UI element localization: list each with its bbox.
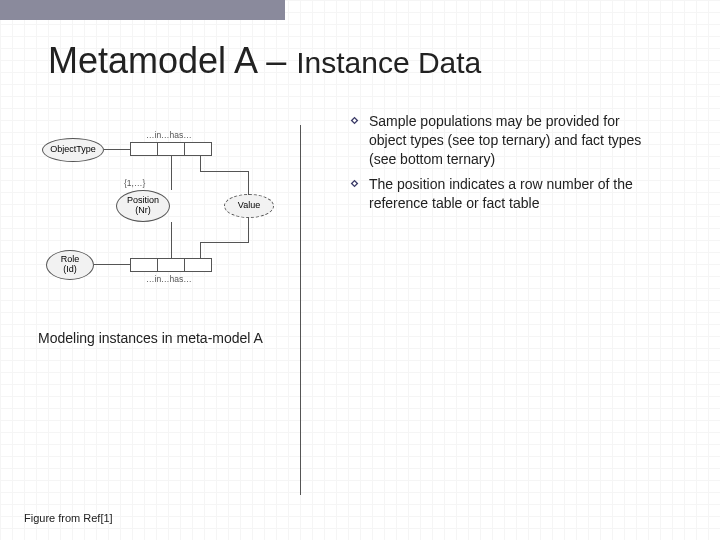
ternary-cell [130, 142, 158, 156]
bullet-item: Sample populations may be provided for o… [350, 112, 650, 169]
bullet-item: The position indicates a row number of t… [350, 175, 650, 213]
diagram-edge [171, 222, 172, 258]
top-ternary [130, 142, 212, 156]
diagram-column: …in…has… …in…has… ObjectType Position (N… [0, 112, 300, 346]
diagram-edge [248, 218, 249, 243]
diagram-edge [200, 242, 248, 243]
title-sub: Instance Data [296, 46, 481, 79]
figure-reference: Figure from Ref[1] [24, 512, 113, 524]
diamond-bullet-icon [350, 179, 359, 188]
diagram-edge [248, 171, 249, 195]
metamodel-diagram: …in…has… …in…has… ObjectType Position (N… [38, 112, 288, 312]
bullet-text: The position indicates a row number of t… [369, 175, 650, 213]
object-type-node: ObjectType [42, 138, 104, 162]
diagram-edge [94, 264, 130, 265]
object-type-label: ObjectType [50, 145, 96, 155]
role-node: Role (Id) [46, 250, 94, 280]
diagram-edge [200, 156, 201, 171]
ternary-cell [157, 142, 185, 156]
in-has-top-label: …in…has… [146, 130, 192, 140]
constraint-label: {1,…} [124, 178, 145, 188]
diagram-edge [200, 242, 201, 258]
bottom-ternary [130, 258, 212, 272]
ternary-cell [184, 142, 212, 156]
bullet-text: Sample populations may be provided for o… [369, 112, 650, 169]
diamond-bullet-icon [350, 116, 359, 125]
diagram-edge [171, 156, 172, 190]
position-sub-label: (Nr) [135, 206, 151, 216]
column-divider [300, 125, 301, 495]
value-node: Value [224, 194, 274, 218]
ternary-cell [130, 258, 158, 272]
value-label: Value [238, 201, 260, 211]
diagram-edge [104, 149, 130, 150]
ternary-cell [184, 258, 212, 272]
diagram-caption: Modeling instances in meta-model A [38, 330, 300, 346]
role-sub-label: (Id) [63, 265, 77, 275]
header-accent-bar [0, 0, 285, 20]
ternary-cell [157, 258, 185, 272]
slide-title: Metamodel A – Instance Data [0, 40, 720, 82]
position-node: Position (Nr) [116, 190, 170, 222]
diagram-edge [200, 171, 248, 172]
in-has-bottom-label: …in…has… [146, 274, 192, 284]
title-main: Metamodel A – [48, 40, 296, 81]
text-column: Sample populations may be provided for o… [300, 112, 680, 218]
